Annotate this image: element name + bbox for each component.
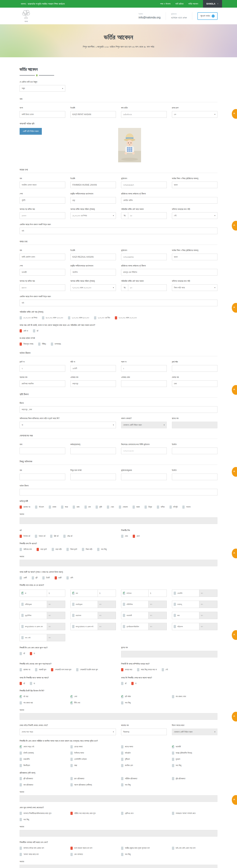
checkbox-option[interactable]: যক্ষ্মা [70,764,116,767]
checkbox-option[interactable]: ২,০০,০০০ এর নিচে [94,316,110,319]
checkbox-option[interactable]: সাঁওতাল [35,505,44,509]
text-input[interactable]: কাজী রেজাউল হাসান [20,254,65,260]
checkbox-option[interactable]: হ্যাঁ [20,652,25,655]
text-input[interactable] [172,447,217,454]
checkbox-option[interactable]: কোনো অসুখ নেই [20,745,65,748]
family-member-toggle[interactable]: নানা/দাদু [172,601,199,608]
checkbox-option[interactable]: টনসিলের সমস্যা [70,751,116,755]
checkbox-option[interactable]: মানসিক রোগ [121,764,167,767]
select-input[interactable]: ১২,০০,০০০ এর উপরে▾ [70,212,116,219]
checkbox-option[interactable]: না [131,682,136,685]
checkbox-option[interactable]: কানের সমস্যা [121,745,167,748]
checkbox-option[interactable]: গান-বাজনা করা [20,701,65,705]
checkbox-option[interactable]: নিজস্ব বাড়ি [82,548,92,551]
text-input[interactable]: কল্যাণপুর [70,380,116,387]
family-member-toggle[interactable]: নানী/দিদিমা [121,601,148,608]
checkbox-option[interactable]: গান-বাজনা শোনা [172,695,217,698]
checkbox-option[interactable]: অন্য কিছু [121,853,167,856]
checkbox-option[interactable]: বোম/বম [119,505,128,509]
text-input[interactable]: নাই [20,227,217,234]
checkbox-option[interactable]: আবেগ প্রতিবন্ধকতা (অটিজম) [70,783,116,786]
family-member-toggle[interactable]: চাচা/কাকা [71,612,98,619]
family-member-toggle[interactable]: মাসতুতো/চাচাতে বা এরকম বোন [20,623,47,630]
family-member-toggle[interactable]: খালা/মাসী [121,612,148,619]
checkbox-option[interactable]: অন্য কিছু [97,548,107,551]
family-member-toggle[interactable]: দাদা/ঠাকুরদা [71,601,98,608]
checkbox-option[interactable]: বিবাহসূত্রে আবদ্ধ [20,342,33,346]
family-member-toggle[interactable]: গাড়িচালক [172,623,199,630]
checkbox-option[interactable]: ছেলে [133,535,140,538]
text-input[interactable]: স্নাতক [172,182,217,188]
checkbox-option[interactable]: কিডনীরোগ [20,764,65,767]
checkbox-option[interactable]: অ্যালার্জি [172,745,217,748]
checkbox-option[interactable]: ব্রোশিওর দেখে [121,812,167,815]
checkbox-option[interactable]: ভাড়া বাড়ি [52,548,62,551]
text-input[interactable]: গার্মেন্টস [70,269,116,276]
count-input[interactable]: 1 [98,590,116,597]
checkbox-option[interactable]: না [30,682,35,685]
family-member-toggle[interactable]: বোন/দিদি [172,590,199,597]
checkbox-option[interactable]: তালাকপ্রাপ্ত [51,342,61,346]
checkbox-option[interactable]: অন্য কিছু [121,783,167,786]
text-input[interactable]: ০১৭৩০০১২৮৯০ [121,447,167,454]
text-input[interactable]: রজনিগন্ধা আবাসিক [20,380,65,387]
checkbox-option[interactable]: ৭,০০,০০১ থেকে ১০,০০,০০০ [115,316,137,319]
text-input[interactable] [20,473,65,480]
checkbox-option[interactable]: বই পড়া [20,695,65,698]
text-input[interactable]: স্নাতক [172,254,217,260]
checkbox-option[interactable]: টিভি দেখা [70,701,116,705]
nav-admission-form-link[interactable]: ভর্তির আবেদন [188,2,198,5]
checkbox-option[interactable]: বেসরকারি বাংলা মাধ্যম স্কুল [51,668,71,671]
text-input[interactable]: ১৩/১০/২০১২ [121,111,167,118]
checkbox-option[interactable]: খ্রিষ্ট ধর্ম [50,535,59,538]
text-input[interactable]: ঢাকা [172,380,217,387]
checkbox-option[interactable]: একটি [20,576,27,580]
family-member-toggle[interactable]: ফুফু/পিসিমা [20,612,47,619]
checkbox-option[interactable]: চাক [84,505,91,509]
checkbox-option[interactable]: খেলা [70,695,116,698]
family-member-toggle[interactable]: অন্য কেউ [20,634,47,641]
checkbox-option[interactable]: চোখের সমস্যা [70,745,116,748]
text-input[interactable] [70,447,116,454]
family-member-toggle[interactable]: বাবা [71,590,98,597]
checkbox-option[interactable]: ব্যবহার করে [121,668,132,671]
checkbox-option[interactable]: অন্যান্য [182,505,191,509]
site-logo[interactable]: নালন্দা [21,9,32,23]
checkbox-option[interactable]: চাকমা [49,505,56,509]
checkbox-option[interactable]: সনাতন ধর্ম [35,535,45,538]
checkbox-option[interactable]: নিজস্ব ফ্ল্যাট [66,548,77,551]
text-input[interactable]: হ্যান্ডলুম চেক লিমিটেড [121,269,217,276]
percent-input[interactable]: %২০ [121,212,167,219]
checkbox-option[interactable]: তিনটি [42,576,49,580]
checkbox-option[interactable]: অন্য কিছু [172,764,217,767]
checkbox-option[interactable]: বেশি [66,576,73,580]
checkbox-option[interactable]: বেসরকারি ইংরেজি মাধ্যম স্কুল [76,668,98,671]
family-member-toggle[interactable]: মাসতুতো/চাচাতে বা এরকম ভাই [71,623,98,630]
text-input[interactable]: ০১৭১১১৬৫৫৯৬ [121,254,167,260]
text-input[interactable]: KAZI RIFAT HASAN [70,111,116,118]
checkbox-option[interactable]: ২,০০,০০১ থেকে ৪,০০,০০০ [68,316,89,319]
text-input[interactable]: কেটারিং সার্ভিস [121,197,217,204]
family-member-toggle[interactable]: ভাই/দাদা [121,590,148,597]
text-input[interactable]: কল্যাণপুর , ঢাকা [20,406,217,413]
checkbox-option[interactable]: ১০,০০,০০০ এর উপরে [20,316,37,319]
scroll-top-button[interactable]: ^ [232,109,237,119]
select-input[interactable]: এ+▾ [172,111,217,118]
checkbox-option[interactable]: ভাড়া ফ্ল্যাট [37,548,47,551]
text-input[interactable] [20,489,217,495]
checkbox-option[interactable]: বাতজ্বর (রিউম্যাটিক ফিভার) [172,751,217,755]
count-input[interactable]: 1 [47,590,65,597]
checkbox-option[interactable]: বৌদ্ধ ধর্ম [63,535,72,538]
scroll-top-button[interactable]: ^ [232,712,237,721]
nav-admission-process-link[interactable]: ভর্তি প্রক্রিয়া [175,2,183,5]
text-input[interactable]: ৫৫০০০ [20,284,65,291]
family-member-toggle[interactable]: গৃহপরিচারক/পরিচারিকা [121,623,148,630]
scroll-top-button[interactable]: ^ [232,221,237,230]
text-input[interactable]: গৃহিণী [20,197,65,204]
checkbox-option[interactable]: পরিচিত অন্য কারো কাছ থেকে শুনে [70,812,116,815]
scroll-top-button[interactable]: ^ [232,303,237,313]
checkbox-option[interactable]: মাইগ্রেইন [121,751,167,755]
select-input[interactable]: ৭,০০,০০১ থেকে ১০,০০,০০০▾ [70,284,116,291]
checkbox-option[interactable]: মারমা [133,505,140,509]
scroll-top-button[interactable]: ^ [232,795,237,805]
